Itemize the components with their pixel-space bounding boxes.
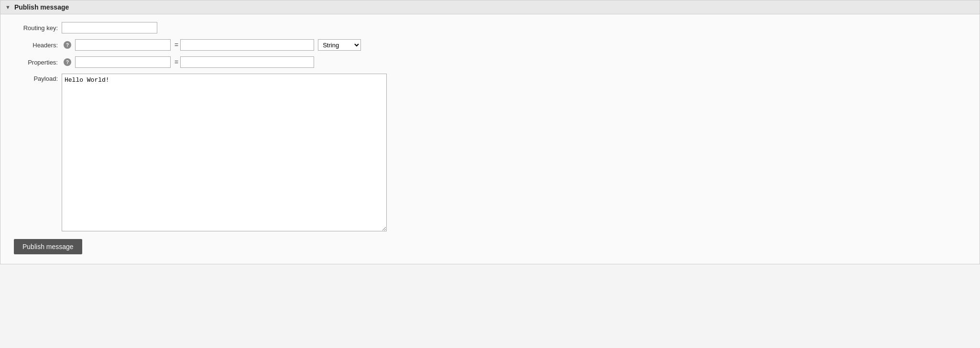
headers-key-input[interactable] [75,39,171,51]
routing-key-input[interactable] [62,22,157,33]
properties-label: Properties: [10,59,58,66]
headers-label: Headers: [10,42,58,49]
section-header[interactable]: ▼ Publish message [0,0,980,14]
headers-help-badge[interactable]: ? [64,41,71,49]
button-row: Publish message [10,239,970,254]
section-body: Routing key: Headers: ? = String Number … [0,14,980,264]
headers-type-select[interactable]: String Number Boolean [318,39,361,51]
headers-equals: = [174,41,178,49]
collapse-icon: ▼ [5,4,11,10]
headers-row: Headers: ? = String Number Boolean [10,39,970,51]
payload-row: Payload: Hello World! [10,74,970,231]
routing-key-row: Routing key: [10,22,970,33]
properties-value-input[interactable] [180,56,314,68]
page-container: ▼ Publish message Routing key: Headers: … [0,0,980,348]
properties-help-badge[interactable]: ? [64,58,71,66]
properties-key-input[interactable] [75,56,171,68]
section-title: Publish message [14,3,69,11]
payload-label: Payload: [10,74,58,82]
routing-key-label: Routing key: [10,24,58,32]
headers-value-input[interactable] [180,39,314,51]
properties-equals: = [174,58,178,66]
properties-row: Properties: ? = [10,56,970,68]
payload-textarea[interactable]: Hello World! [62,74,387,231]
publish-message-button[interactable]: Publish message [14,239,82,254]
